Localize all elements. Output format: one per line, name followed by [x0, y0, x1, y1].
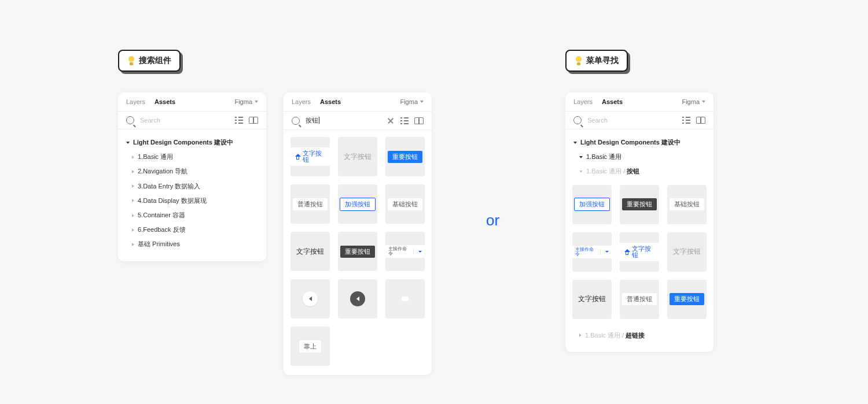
tree-item-open[interactable]: 1.Basic 通用	[573, 150, 705, 164]
tree-item-crumb[interactable]: 1.Basic 通用 / 超链接	[573, 328, 705, 343]
search-icon	[573, 116, 582, 124]
asset-label: 靠上	[299, 340, 321, 353]
crumb-path: 1.Basic 通用 /	[585, 332, 626, 339]
tree-item[interactable]: 1.Basic 通用	[126, 150, 258, 164]
asset-preview: 文字按钮	[620, 243, 659, 261]
tree-item-label: 3.Data Entry 数据输入	[138, 183, 200, 190]
tree-root[interactable]: Light Design Components 建设中	[573, 135, 705, 150]
asset-tile[interactable]: 普通按钮	[620, 280, 659, 319]
asset-tile[interactable]: 基础按钮	[385, 184, 425, 224]
asset-tile[interactable]: 重要按钮	[385, 137, 425, 176]
asset-tile[interactable]: 重要按钮	[667, 280, 707, 319]
asset-label: 基础按钮	[388, 198, 422, 210]
search-icon	[292, 117, 300, 125]
search-input[interactable]: Search	[587, 117, 676, 124]
callout-label: 搜索组件	[139, 55, 171, 66]
asset-tile[interactable]: 基础按钮	[667, 185, 707, 224]
crumb-path: 1.Basic 通用 /	[586, 168, 627, 175]
tree-item-label: 1.Basic 通用	[138, 153, 173, 161]
tab-assets[interactable]: Assets	[320, 98, 341, 105]
panel-header: Layers Assets Figma	[565, 92, 713, 112]
asset-label: 文字按钮	[344, 152, 372, 162]
callout-search-components: 搜索组件	[118, 50, 181, 72]
asset-tile[interactable]: 普通按钮	[290, 184, 330, 224]
search-input[interactable]: Search	[140, 117, 229, 124]
lightbulb-icon	[127, 55, 135, 66]
team-switcher[interactable]: Figma	[234, 98, 258, 105]
tab-assets[interactable]: Assets	[602, 98, 623, 105]
callout-label: 菜单寻找	[586, 55, 619, 66]
tree-item[interactable]: 6.Feedback 反馈	[126, 223, 258, 237]
asset-tile[interactable]: 文字按钮	[620, 232, 659, 272]
asset-tile[interactable]: 文字按钮	[338, 137, 377, 176]
search-icon	[126, 116, 134, 124]
asset-tile[interactable]	[338, 279, 377, 318]
chevron-down-icon	[420, 101, 424, 103]
search-input[interactable]: 按钮	[306, 116, 381, 125]
chevron-down-icon	[418, 251, 422, 253]
asset-tile[interactable]	[290, 279, 330, 318]
tree-item[interactable]: 3.Data Entry 数据输入	[126, 179, 258, 194]
caret-right-icon	[132, 228, 134, 232]
asset-tile[interactable]: 重要按钮	[338, 232, 377, 271]
asset-label: 文字按钮	[296, 247, 324, 257]
library-icon[interactable]	[249, 117, 258, 124]
tab-layers[interactable]: Layers	[292, 98, 311, 105]
asset-tile[interactable]: 重要按钮	[620, 185, 659, 224]
tree-item-label: 6.Feedback 反馈	[138, 226, 186, 233]
assets-panel-categories: Layers Assets Figma Search Light Design …	[118, 92, 266, 261]
asset-tile[interactable]: 主操作命令	[385, 232, 425, 271]
tree-item[interactable]: 4.Data Display 数据展现	[126, 194, 258, 208]
tab-layers[interactable]: Layers	[126, 98, 145, 105]
tabs: Layers Assets	[292, 98, 341, 105]
asset-tile[interactable]: 主操作命令	[572, 232, 612, 272]
asset-label: 加强按钮	[340, 198, 376, 211]
asset-tile[interactable]: 文字按钮	[667, 232, 707, 272]
tree-item-label: 2.Navigation 导航	[138, 168, 187, 175]
tree-item-crumb[interactable]: 1.Basic 通用 / 按钮	[573, 164, 705, 179]
arrow-left-icon	[356, 296, 359, 301]
tree-item[interactable]: 基础 Primitives	[126, 237, 258, 251]
asset-label: 普通按钮	[622, 293, 657, 305]
asset-label: 文字按钮	[632, 246, 654, 258]
tree-item[interactable]: 5.Container 容器	[126, 208, 258, 223]
home-icon	[295, 154, 300, 160]
asset-tile[interactable]: 靠上	[290, 327, 330, 366]
list-view-icon[interactable]	[400, 117, 409, 124]
search-row: Search	[565, 112, 713, 129]
clear-icon[interactable]	[387, 117, 395, 125]
team-name: Figma	[400, 98, 418, 105]
library-icon[interactable]	[696, 117, 705, 124]
asset-tile[interactable]: 加强按钮	[572, 185, 612, 224]
caret-right-icon	[132, 184, 134, 188]
caret-right-icon	[132, 170, 134, 173]
asset-label: 重要按钮	[388, 151, 422, 163]
panel-header: Layers Assets Figma	[118, 92, 266, 112]
asset-tile[interactable]	[385, 279, 425, 318]
tree-root[interactable]: Light Design Components 建设中	[126, 135, 258, 150]
tree-more: 1.Basic 通用 / 超链接	[565, 328, 713, 352]
tree-item-label: 基础 Primitives	[138, 240, 180, 248]
assets-grid: 加强按钮 重要按钮 基础按钮 主操作命令 文字按钮 文	[565, 179, 713, 328]
tree-item-label: 5.Container 容器	[138, 212, 185, 219]
chevron-down-icon	[605, 251, 609, 253]
tree-item[interactable]: 2.Navigation 导航	[126, 164, 258, 179]
team-switcher[interactable]: Figma	[400, 98, 424, 105]
tabs: Layers Assets	[573, 98, 623, 105]
tree-root-label: Light Design Components 建设中	[580, 139, 681, 146]
arrow-left-icon	[309, 296, 312, 301]
library-icon[interactable]	[414, 117, 424, 124]
asset-tile[interactable]: 文字按钮	[290, 232, 330, 271]
asset-label: 基础按钮	[670, 198, 704, 210]
list-view-icon[interactable]	[235, 117, 243, 124]
asset-tile[interactable]: 加强按钮	[338, 184, 377, 224]
asset-tile[interactable]: 文字按钮	[572, 280, 612, 319]
crumb-current: 超链接	[626, 332, 645, 339]
asset-tile[interactable]: 文字按钮	[290, 137, 330, 176]
search-value: 按钮	[306, 117, 318, 124]
caret-down-icon	[579, 171, 583, 173]
list-view-icon[interactable]	[682, 117, 690, 124]
tab-assets[interactable]: Assets	[155, 98, 175, 105]
tab-layers[interactable]: Layers	[573, 98, 593, 105]
team-switcher[interactable]: Figma	[682, 98, 705, 105]
